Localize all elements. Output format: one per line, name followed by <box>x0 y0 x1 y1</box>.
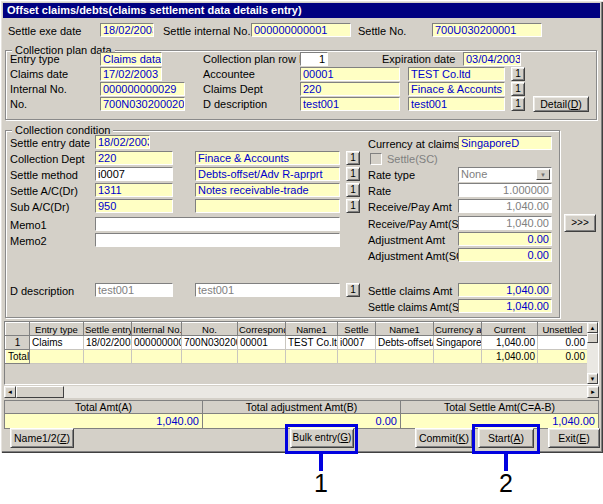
more-button[interactable]: >>> <box>564 214 596 232</box>
screenshot-root: Offset claims/debts(claims settlement da… <box>0 0 603 504</box>
grid-cell-unsettled[interactable]: 0.00 <box>538 336 588 350</box>
settle-method-name-field[interactable]: Debts-offset/Adv R-aprprt <box>195 167 340 181</box>
grid-cell-no[interactable]: 700N030200 <box>182 336 238 350</box>
accountee-code-field[interactable]: 00001 <box>300 67 400 81</box>
settle-no-label: Settle No. <box>358 25 406 38</box>
name12-button[interactable]: Name1/2(Z) <box>10 428 74 448</box>
claims-dept-code-field[interactable]: 220 <box>300 82 400 96</box>
grid-cell-settle-entry[interactable]: 18/02/2003 <box>84 336 132 350</box>
settle-claims-amt-sc-field[interactable]: 1,040.00 <box>458 299 552 313</box>
settle-method-label: Settle method <box>10 169 78 182</box>
commit-button[interactable]: Commit(K) <box>415 428 473 448</box>
grid-data-row[interactable]: 1 Claims 18/02/2003 000000000029 700N030… <box>6 336 588 350</box>
grid-cell-entry-type[interactable]: Claims <box>30 336 84 350</box>
scroll-down-icon[interactable]: ▼ <box>587 373 598 384</box>
no-field[interactable]: 700N030200020 <box>100 97 185 111</box>
total-amt-a-value: 1,040.00 <box>5 414 203 428</box>
condition-d-description-lookup-button[interactable]: 1 <box>346 283 360 297</box>
sub-ac-dr-name-field[interactable] <box>195 199 340 213</box>
adjustment-amt-sc-label: Adjustment Amt(SC) <box>368 250 468 263</box>
settle-ac-dr-lookup-button[interactable]: 1 <box>346 183 360 197</box>
annotation-number-2: 2 <box>491 471 521 496</box>
claims-dept-label: Claims Dept <box>203 83 263 96</box>
collection-dept-label: Collection Dept <box>10 153 85 166</box>
grid-cell-name1b[interactable]: Debts-offset// <box>376 336 434 350</box>
memo1-label: Memo1 <box>10 219 47 232</box>
grid-hscroll-thumb[interactable] <box>16 386 64 398</box>
internal-no-field[interactable]: 000000000029 <box>100 82 185 96</box>
receive-pay-amt-field: 1,040.00 <box>458 199 552 213</box>
plan-d-description-lookup-button[interactable]: 1 <box>511 97 525 111</box>
collection-dept-code-field[interactable]: 220 <box>95 151 173 165</box>
memo2-field[interactable] <box>95 233 340 247</box>
settle-entry-date-label: Settle entry date <box>10 137 90 150</box>
adjustment-amt-field[interactable]: 0.00 <box>458 232 552 246</box>
dialog-title-bar: Offset claims/debts(claims settlement da… <box>3 3 600 18</box>
grid-cell-settle[interactable]: i0007 <box>338 336 376 350</box>
entry-type-label: Entry type <box>10 53 60 66</box>
claims-dept-name-field[interactable]: Finace & Accounts <box>408 82 505 96</box>
grid-cell-name1a[interactable]: TEST Co.ltd <box>286 336 338 350</box>
settle-claims-amt-field[interactable]: 1,040.00 <box>458 283 552 297</box>
adjustment-amt-label: Adjustment Amt <box>368 234 445 247</box>
claims-date-field[interactable]: 17/02/2003 <box>100 67 162 81</box>
collection-dept-name-field[interactable]: Finace & Accounts <box>195 151 340 165</box>
exit-button[interactable]: Exit(E) <box>548 428 600 448</box>
collection-dept-lookup-button[interactable]: 1 <box>346 151 360 165</box>
condition-d-description-label: D description <box>10 285 74 298</box>
plan-d-description-2-field[interactable]: test001 <box>408 97 505 111</box>
settle-ac-dr-name-field[interactable]: Notes receivable-trade <box>195 183 340 197</box>
accountee-lookup-button[interactable]: 1 <box>511 67 525 81</box>
grid-header-current: Current <box>482 323 538 336</box>
grid-cell-corresponde[interactable]: 00001 <box>238 336 286 350</box>
total-adjustment-amt-b-header: Total adjustment Amt(B) <box>203 401 401 414</box>
settle-no-field[interactable]: 700U030200001 <box>432 23 542 37</box>
grid-header-name1a: Name1 <box>286 323 338 336</box>
accountee-name-field[interactable]: TEST Co.ltd <box>408 67 505 81</box>
sub-ac-dr-lookup-button[interactable]: 1 <box>346 199 360 213</box>
grid-total-row: Total 1,040.00 0.00 <box>6 350 588 364</box>
grid-row-number-cell[interactable]: 1 <box>6 336 30 350</box>
plan-d-description-1-field[interactable]: test001 <box>300 97 400 111</box>
grid-vscroll-thumb[interactable] <box>587 333 598 343</box>
settle-internal-no-field[interactable]: 000000000001 <box>251 23 351 37</box>
settle-exe-date-label: Settle exe date <box>8 25 81 38</box>
plan-d-description-label: D description <box>203 98 267 111</box>
grid-cell-current[interactable]: 1,040.00 <box>482 336 538 350</box>
settle-sc-checkbox <box>370 153 382 165</box>
receive-pay-amt-label: Receive/Pay Amt <box>368 201 452 214</box>
sub-ac-dr-code-field[interactable]: 950 <box>95 199 173 213</box>
settlement-grid: Entry type Settle entry Internal No. No.… <box>4 321 599 385</box>
grid-header-no: No. <box>182 323 238 336</box>
settle-claims-amt-label: Settle claims Amt <box>368 285 452 298</box>
scroll-left-icon[interactable]: ◄ <box>4 386 16 398</box>
settle-exe-date-field[interactable]: 18/02/2003 <box>100 23 154 37</box>
settle-method-code-field[interactable]: i0007 <box>95 167 173 181</box>
entry-type-field[interactable]: Claims data <box>100 52 162 66</box>
grid-header-rownum <box>6 323 30 336</box>
grid-header-corresponde: Corresponde <box>238 323 286 336</box>
settle-ac-dr-code-field[interactable]: 1311 <box>95 183 173 197</box>
settle-method-lookup-button[interactable]: 1 <box>346 167 360 181</box>
scroll-up-icon[interactable]: ▲ <box>587 322 598 333</box>
internal-no-label: Internal No. <box>10 83 67 96</box>
annotation-box-bulk-entry <box>285 424 358 454</box>
adjustment-amt-sc-field[interactable]: 0.00 <box>458 248 552 262</box>
currency-at-claims-label: Currency at claims <box>368 138 459 151</box>
rate-type-label: Rate type <box>368 169 415 182</box>
claims-dept-lookup-button[interactable]: 1 <box>511 82 525 96</box>
no-label: No. <box>10 98 27 111</box>
grid-cell-currency-at[interactable]: SingaporeD <box>434 336 482 350</box>
settle-entry-date-field[interactable]: 18/02/2003 <box>95 135 150 149</box>
currency-at-claims-field[interactable]: SingaporeD <box>458 136 552 150</box>
rate-type-dropdown: None▼ <box>458 167 552 182</box>
expiration-date-field[interactable]: 03/04/2003 <box>463 52 521 66</box>
detail-button[interactable]: Detail(D) <box>533 96 589 112</box>
grid-hscrollbar[interactable] <box>4 386 599 398</box>
memo1-field[interactable] <box>95 217 340 231</box>
claims-date-label: Claims date <box>10 68 68 81</box>
grid-cell-internal-no[interactable]: 000000000029 <box>132 336 182 350</box>
grid-header-internal-no: Internal No. <box>132 323 182 336</box>
collection-plan-row-no-field[interactable]: 1 <box>300 52 328 66</box>
scroll-right-icon[interactable]: ► <box>587 386 599 398</box>
